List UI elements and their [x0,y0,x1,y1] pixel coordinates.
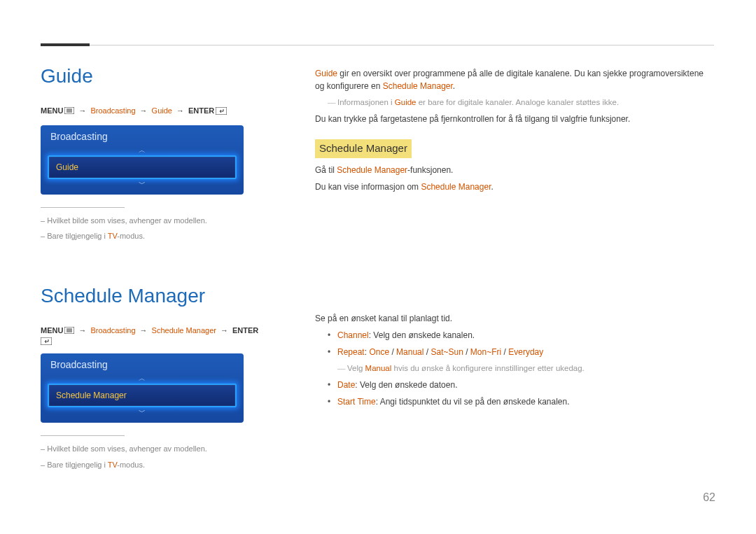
chevron-up-icon: ︿ [48,146,237,155]
footnote-text: Bare tilgjengelig i [47,232,108,240]
footnote: Bare tilgjengelig i TV-modus. [41,459,265,471]
footnote: Hvilket bilde som vises, avhenger av mod… [41,443,265,455]
osd-schedule: Broadcasting ︿ Schedule Manager ﹀ [41,353,244,423]
footnote-text: Bare tilgjengelig i [47,461,108,469]
hl-word: Everyday [508,347,543,357]
paragraph: Du kan trykke på fargetastene på fjernko… [315,113,707,125]
paragraph: Se på en ønsket kanal til planlagt tid. [315,312,707,325]
note-text: Informasjonen i [337,98,395,106]
osd-item-schedule: Schedule Manager [48,384,237,407]
header-rule [41,45,714,45]
arrow-icon: → [78,105,86,117]
list-item: Start Time: Angi tidspunktet du vil se p… [328,395,707,408]
hl-word: Once [369,347,389,357]
footnote-text: Hvilket bilde som vises, avhenger av mod… [47,444,207,453]
menu-icon [64,107,74,114]
menu-path-schedule: MENU → Broadcasting → Schedule Manager →… [41,325,265,346]
menu-label: MENU [41,325,63,337]
menu-path-guide: MENU → Broadcasting → Guide → ENTER [41,105,265,117]
hl-word: Repeat [337,347,365,357]
paragraph: Guide gir en oversikt over programmene p… [315,67,707,92]
body-text: / [501,347,508,357]
arrow-icon: → [220,325,228,337]
section-guide-title: Guide [41,62,265,91]
hl-word: Mon~Fri [470,347,501,357]
footnote: Hvilket bilde som vises, avhenger av mod… [41,215,265,227]
body-text: Du kan vise informasjon om [315,182,421,192]
osd-title: Broadcasting [48,129,237,144]
divider [41,207,125,208]
osd-title: Broadcasting [48,358,237,372]
footnote-hl: TV [108,461,117,469]
footnote-text: -modus. [117,461,145,469]
menu-icon [64,327,74,334]
hl-word: Date [337,380,355,390]
chevron-down-icon: ﹀ [48,407,237,417]
osd-item-guide: Guide [48,155,237,179]
osd-guide: Broadcasting ︿ Guide ﹀ [41,125,244,195]
note-text: er bare for digitale kanaler. Analoge ka… [416,98,620,106]
footnote: Bare tilgjengelig i TV-modus. [41,230,265,242]
enter-label: ENTER [232,325,258,337]
enter-icon [41,337,52,345]
arrow-icon: → [176,105,184,117]
menu-label: MENU [41,105,63,117]
body-text: / [389,347,396,357]
footnote-hl: TV [108,232,117,240]
section-schedule-title: Schedule Manager [41,281,265,311]
page-number: 62 [703,489,715,506]
arrow-icon: → [78,325,86,337]
hl-word: Guide [395,98,416,106]
chevron-up-icon: ︿ [48,374,237,384]
hl-word: Sat~Sun [430,347,463,357]
body-text: gir en oversikt over programmene på alle… [315,69,704,91]
footnote-text: Hvilket bilde som vises, avhenger av mod… [47,216,207,225]
hl-word: Schedule Manager [383,81,453,91]
note: Informasjonen i Guide er bare for digita… [328,97,707,108]
list-item: Date: Velg den ønskede datoen. [328,379,707,391]
body-text: . [491,182,493,192]
options-list: Channel: Velg den ønskede kanalen. Repea… [328,329,707,408]
hl-word: Schedule Manager [421,182,491,192]
right-column: Guide gir en oversikt over programmene p… [315,67,707,412]
body-text: Gå til [315,165,337,175]
list-item: Channel: Velg den ønskede kanalen. [328,329,707,342]
left-column: Guide MENU → Broadcasting → Guide → ENTE… [41,62,265,475]
chevron-down-icon: ﹀ [48,179,237,189]
note-text: hvis du ønske å konfigurere innstillinge… [391,364,584,372]
arrow-icon: → [140,325,148,337]
highlight-schedule-manager: Schedule Manager [315,139,412,158]
hl-word: Manual [396,347,424,357]
hl-word: Guide [315,69,337,78]
section-schedule: Schedule Manager MENU → Broadcasting → S… [41,281,265,471]
path-broadcasting: Broadcasting [90,325,135,337]
paragraph: Du kan vise informasjon om Schedule Mana… [315,181,707,193]
enter-icon [216,107,227,115]
path-schedule: Schedule Manager [152,325,216,337]
hl-word: Schedule Manager [337,165,407,175]
path-guide: Guide [152,105,172,117]
body-text: : Angi tidspunktet du vil se på den ønsk… [376,397,570,407]
body-text: / [463,347,470,357]
path-broadcasting: Broadcasting [90,105,135,117]
note-text: Velg [347,364,365,372]
paragraph: Gå til Schedule Manager-funksjonen. [315,164,707,176]
divider [41,435,125,436]
body-text: / [424,347,430,357]
header-mark [41,43,90,46]
hl-word: Channel [337,330,369,340]
body-text: -funksjonen. [407,165,453,175]
body-text: : Velg den ønskede datoen. [355,380,457,390]
hl-word: Start Time [337,397,376,407]
list-item: Repeat: Once / Manual / Sat~Sun / Mon~Fr… [328,346,707,374]
footnote-text: -modus. [117,232,145,240]
enter-label: ENTER [188,105,214,117]
note: Velg Manual hvis du ønske å konfigurere … [337,363,707,374]
arrow-icon: → [140,105,148,117]
body-text: : Velg den ønskede kanalen. [369,330,475,340]
hl-word: Manual [365,364,392,372]
body-text: . [453,81,455,91]
